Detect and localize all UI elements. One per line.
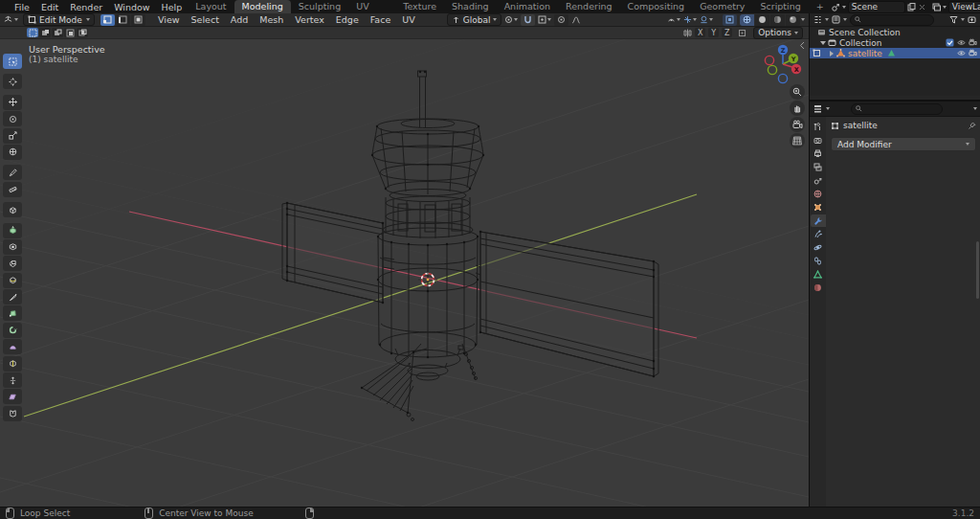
- options-dropdown[interactable]: Options: [753, 27, 803, 39]
- tool-bevel[interactable]: [3, 256, 22, 271]
- tab-tool[interactable]: [811, 121, 826, 133]
- workspace-tab-animation[interactable]: Animation: [497, 0, 558, 13]
- outliner-row-scene-collection[interactable]: Scene Collection: [810, 27, 980, 37]
- tab-output[interactable]: [811, 147, 826, 160]
- tool-add-cube[interactable]: [3, 202, 22, 217]
- tool-rip-region[interactable]: [3, 406, 22, 421]
- menu-view[interactable]: View: [153, 14, 185, 25]
- gizmos-caret[interactable]: [693, 18, 697, 21]
- navigation-gizmo[interactable]: Z Y X: [765, 45, 801, 83]
- workspace-tab-scripting[interactable]: Scripting: [753, 0, 809, 13]
- gizmo-y-negative[interactable]: [768, 65, 776, 74]
- tool-cursor[interactable]: [3, 74, 22, 89]
- view-layer-name-field[interactable]: ViewLayer: [948, 1, 980, 13]
- properties-search-input[interactable]: [851, 103, 943, 115]
- properties-editor-icon[interactable]: [813, 104, 822, 113]
- outliner-search-input[interactable]: [850, 14, 934, 26]
- sidebar-toggle-arrow[interactable]: [801, 42, 805, 49]
- collection-expand-arrow[interactable]: [820, 41, 826, 45]
- workspace-tab-modeling[interactable]: Modeling: [234, 0, 291, 13]
- menu-uv[interactable]: UV: [397, 14, 419, 25]
- tool-spin[interactable]: [3, 323, 22, 338]
- tab-world[interactable]: [811, 188, 826, 200]
- menu-render[interactable]: Render: [64, 2, 108, 12]
- menu-vertex[interactable]: Vertex: [290, 14, 329, 25]
- edge-select-button[interactable]: [116, 14, 130, 26]
- view-layer-browse-caret[interactable]: [943, 6, 947, 9]
- workspace-tab-layout[interactable]: Layout: [188, 0, 234, 13]
- face-select-button[interactable]: [131, 14, 145, 26]
- tool-transform[interactable]: [3, 145, 22, 160]
- gizmo-x-negative[interactable]: [765, 56, 773, 64]
- tool-knife[interactable]: [3, 289, 22, 305]
- snap-target-icon[interactable]: [538, 15, 546, 24]
- mode-dropdown[interactable]: Edit Mode: [23, 13, 95, 26]
- menu-select[interactable]: Select: [187, 14, 224, 25]
- camera-view-button[interactable]: [790, 117, 805, 132]
- orthographic-toggle-button[interactable]: [790, 133, 805, 148]
- tool-scale[interactable]: [3, 128, 22, 144]
- overlays-caret[interactable]: [709, 18, 713, 21]
- workspace-tab-geometry-nodes[interactable]: Geometry Nodes: [692, 0, 752, 13]
- pivot-point-icon[interactable]: [504, 15, 513, 24]
- outliner-editor-caret[interactable]: [825, 18, 829, 21]
- tab-particles[interactable]: [811, 228, 826, 240]
- tool-shear[interactable]: [3, 389, 22, 404]
- workspace-tab-texture-paint[interactable]: Texture Paint: [395, 0, 444, 13]
- zoom-button[interactable]: [790, 84, 805, 100]
- snap-caret[interactable]: [547, 18, 551, 21]
- shading-material-button[interactable]: [770, 14, 785, 26]
- view-layer-icon[interactable]: [932, 3, 941, 11]
- select-mode-invert-button[interactable]: [64, 28, 76, 37]
- object-visibility-icon[interactable]: [667, 15, 676, 24]
- menu-window[interactable]: Window: [108, 2, 155, 12]
- shading-rendered-button[interactable]: [786, 14, 800, 26]
- scene-icon[interactable]: [832, 3, 840, 11]
- tool-loop-cut[interactable]: [3, 273, 22, 288]
- viewport-3d[interactable]: Z Y X User Perspective (1) satellite: [0, 39, 809, 507]
- menu-edge[interactable]: Edge: [331, 14, 364, 25]
- properties-editor-caret[interactable]: [826, 107, 830, 110]
- editor-type-icon[interactable]: [4, 15, 12, 24]
- scene-name-field[interactable]: Scene: [848, 1, 905, 13]
- outliner-row-satellite[interactable]: satellite: [810, 48, 980, 58]
- tab-modifiers[interactable]: [811, 214, 826, 227]
- pin-icon[interactable]: [968, 122, 976, 130]
- tool-smooth[interactable]: [3, 339, 22, 354]
- tab-render[interactable]: [811, 134, 826, 147]
- menu-face[interactable]: Face: [366, 14, 395, 25]
- filter-caret[interactable]: [961, 18, 965, 21]
- menu-mesh[interactable]: Mesh: [255, 14, 288, 25]
- proportional-falloff-icon[interactable]: [571, 15, 580, 24]
- satellite-wireframe[interactable]: [282, 71, 658, 421]
- tool-annotate[interactable]: [3, 165, 22, 180]
- tool-inset-faces[interactable]: [3, 239, 22, 255]
- new-scene-icon[interactable]: [907, 3, 916, 11]
- transform-orientation-dropdown[interactable]: Global: [447, 13, 502, 26]
- collection-checkbox[interactable]: [946, 38, 954, 47]
- tab-physics[interactable]: [811, 241, 826, 254]
- menu-file[interactable]: File: [9, 2, 35, 12]
- tab-object-data[interactable]: [811, 268, 826, 281]
- tool-rotate[interactable]: [3, 111, 22, 126]
- select-mode-intersect-button[interactable]: [77, 28, 88, 37]
- unlink-scene-icon[interactable]: [918, 3, 926, 11]
- proportional-editing-button[interactable]: [554, 14, 568, 26]
- satellite-expand-arrow[interactable]: [830, 51, 834, 56]
- outliner-row-collection[interactable]: Collection: [810, 37, 980, 48]
- xray-toggle-button[interactable]: [723, 14, 737, 26]
- workspace-tab-shading[interactable]: Shading: [444, 0, 497, 13]
- properties-options-caret[interactable]: [973, 107, 977, 110]
- tool-edge-slide[interactable]: [3, 356, 22, 372]
- editor-type-caret[interactable]: [14, 18, 18, 21]
- gizmos-icon[interactable]: [683, 15, 692, 24]
- workspace-tab-rendering[interactable]: Rendering: [558, 0, 620, 13]
- tab-object[interactable]: [811, 201, 826, 214]
- shading-caret[interactable]: [801, 18, 805, 21]
- pan-hand-button[interactable]: [790, 101, 805, 116]
- visibility-caret[interactable]: [677, 18, 680, 21]
- overlays-icon[interactable]: [700, 15, 708, 24]
- tool-measure[interactable]: [3, 182, 22, 197]
- tool-select-box[interactable]: [3, 54, 22, 69]
- disable-render-camera-icon[interactable]: [969, 38, 977, 47]
